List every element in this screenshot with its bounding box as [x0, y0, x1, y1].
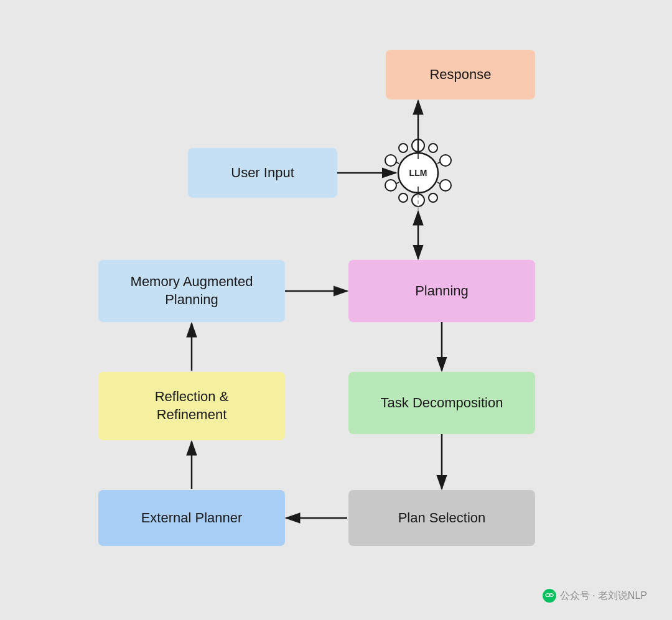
user-input-label: User Input — [231, 164, 294, 182]
watermark: 公众号 · 老刘说NLP — [543, 589, 647, 603]
task-decomposition-box: Task Decomposition — [348, 372, 535, 434]
svg-point-10 — [399, 144, 408, 152]
svg-point-12 — [399, 193, 408, 202]
wechat-icon — [543, 589, 556, 603]
task-decomposition-label: Task Decomposition — [381, 394, 503, 412]
diagram: Response User Input Planning Memory Augm… — [0, 0, 672, 620]
svg-point-4 — [412, 139, 424, 152]
plan-selection-label: Plan Selection — [398, 509, 486, 527]
reflection-box: Reflection &Refinement — [98, 372, 285, 440]
svg-text:LLM: LLM — [409, 168, 427, 178]
svg-point-9 — [440, 180, 451, 191]
memory-augmented-box: Memory AugmentedPlanning — [98, 260, 285, 322]
svg-line-17 — [437, 162, 441, 164]
svg-point-2 — [398, 153, 438, 193]
external-planner-label: External Planner — [141, 509, 243, 527]
watermark-text: 公众号 · 老刘说NLP — [560, 590, 647, 603]
svg-point-6 — [385, 155, 396, 166]
memory-augmented-label: Memory AugmentedPlanning — [131, 273, 253, 308]
user-input-box: User Input — [188, 148, 337, 198]
response-box: Response — [386, 50, 535, 99]
reflection-label: Reflection &Refinement — [155, 388, 229, 423]
svg-line-16 — [396, 162, 399, 164]
svg-point-7 — [440, 155, 451, 166]
svg-point-5 — [412, 194, 424, 206]
svg-line-18 — [396, 182, 399, 184]
svg-point-11 — [429, 144, 437, 152]
response-label: Response — [429, 66, 491, 84]
external-planner-box: External Planner — [98, 490, 285, 546]
llm-node: LLM — [385, 139, 451, 206]
svg-point-8 — [385, 180, 396, 191]
svg-point-13 — [429, 193, 437, 202]
plan-selection-box: Plan Selection — [348, 490, 535, 546]
planning-box: Planning — [348, 260, 535, 322]
planning-label: Planning — [415, 282, 469, 300]
svg-line-19 — [437, 182, 441, 184]
